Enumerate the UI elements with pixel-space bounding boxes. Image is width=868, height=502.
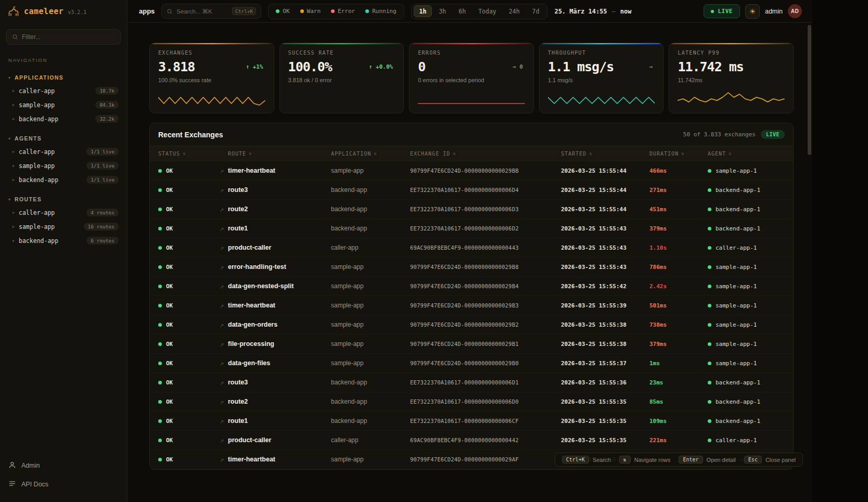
date-range-picker[interactable]: 25. März 14:55 — now <box>554 8 631 15</box>
section-header-routes[interactable]: ▾ROUTES <box>0 193 127 205</box>
cell-agent: caller-app-1 <box>708 244 785 251</box>
sidebar-section-applications: ▾APPLICATIONS▸caller-app10.7k▸sample-app… <box>0 71 127 126</box>
agent-label: sample-app-1 <box>716 264 757 271</box>
range-button-1h[interactable]: 1h <box>414 5 432 17</box>
range-button-24h[interactable]: 24h <box>503 5 526 17</box>
table-row[interactable]: OK↗route2backend-appEE7322370A10617-0000… <box>150 392 793 411</box>
sidebar-item-badge: 4 routes <box>86 209 119 216</box>
hint-label: Close panel <box>765 457 796 463</box>
sidebar-footer-admin[interactable]: Admin <box>0 456 127 475</box>
chevron-right-icon: ▸ <box>12 88 15 93</box>
cell-started: 2026-03-25 15:55:35 <box>561 437 649 444</box>
column-header-route[interactable]: ROUTE⇅ <box>228 151 331 157</box>
stat-card-latency-p99: LATENCY P9911.742 ms11.742ms <box>669 43 794 113</box>
app-version: v3.2.1 <box>68 9 86 15</box>
page-context: apps <box>139 7 155 15</box>
range-button-7d[interactable]: 7d <box>527 5 545 17</box>
agent-dot-icon <box>708 265 711 269</box>
range-button-6h[interactable]: 6h <box>453 5 471 17</box>
sort-icon: ⇅ <box>374 151 377 156</box>
cell-exchange-id: EE7322370A10617-00000000000006D1 <box>410 379 561 385</box>
table-row[interactable]: OK↗route1backend-appEE7322370A10617-0000… <box>150 219 793 238</box>
filter-chip-warn[interactable]: Warn <box>295 8 326 15</box>
filter-chip-ok[interactable]: OK <box>271 8 295 15</box>
filter-chip-error[interactable]: Error <box>326 8 360 15</box>
hint-label: Navigate rows <box>634 457 671 463</box>
sidebar-item-backend-app[interactable]: ▸backend-app1/1 live <box>0 173 127 187</box>
column-header-agent[interactable]: AGENT⇅ <box>708 151 785 157</box>
table-row[interactable]: OK↗file-processingsample-app90799F47E6CD… <box>150 334 793 354</box>
section-header-agents[interactable]: ▾AGENTS <box>0 132 127 145</box>
sidebar-item-caller-app[interactable]: ▸caller-app4 routes <box>0 205 127 220</box>
ok-dot-icon <box>158 265 162 269</box>
table-row[interactable]: OK↗data-gen-orderssample-app90799F47E6CD… <box>150 315 793 334</box>
cell-duration: 221ms <box>649 437 708 444</box>
cell-agent: sample-app-1 <box>708 302 785 309</box>
table-row[interactable]: OK↗timer-heartbeatsample-app90799F47E6CD… <box>150 296 793 315</box>
range-button-today[interactable]: Today <box>473 5 502 17</box>
sidebar-item-badge: 1/1 live <box>86 162 119 170</box>
sidebar-footer-api-docs[interactable]: API Docs <box>0 475 127 494</box>
range-button-3h[interactable]: 3h <box>433 5 452 17</box>
table-row[interactable]: OK↗product-callercaller-app69AC90BF8EBC4… <box>150 238 793 258</box>
section-header-applications[interactable]: ▾APPLICATIONS <box>0 71 127 84</box>
avatar[interactable]: AD <box>788 4 802 18</box>
table-row[interactable]: OK↗data-gen-filessample-app90799F47E6CD2… <box>150 354 793 373</box>
sidebar-filter-input[interactable]: Filter... <box>6 29 121 45</box>
stat-subtext: 3.818 ok / 0 error <box>288 77 395 83</box>
sidebar-item-sample-app[interactable]: ▸sample-app84.1k <box>0 98 127 112</box>
filter-chip-running[interactable]: Running <box>360 8 401 15</box>
agent-dot-icon <box>708 188 711 192</box>
cell-status: OK <box>158 418 220 424</box>
cell-route-icon: ↗ <box>220 378 228 387</box>
table-row[interactable]: OK↗route2backend-appEE7322370A10617-0000… <box>150 200 793 219</box>
table-row[interactable]: OK↗route1backend-appEE7322370A10617-0000… <box>150 411 793 431</box>
table-row[interactable]: OK↗product-callercaller-app69AC90BF8EBC4… <box>150 431 793 450</box>
column-header-status[interactable]: STATUS⇅ <box>158 151 220 157</box>
stat-card-exchanges: EXCHANGES3.818↑ +1%100.0% success rate <box>149 43 274 113</box>
chip-label: OK <box>283 8 289 15</box>
column-header-duration[interactable]: DURATION⇅ <box>649 151 708 157</box>
theme-toggle-button[interactable]: ☀ <box>745 4 760 19</box>
table-row[interactable]: OK↗error-handling-testsample-app90799F47… <box>150 258 793 277</box>
table-row[interactable]: OK↗route3backend-appEE7322370A10617-0000… <box>150 181 793 200</box>
sidebar-item-backend-app[interactable]: ▸backend-app32.2k <box>0 112 127 126</box>
table-live-badge: LIVE <box>761 130 785 139</box>
column-header-application[interactable]: APPLICATION⇅ <box>331 151 410 157</box>
logo[interactable]: cameleer v3.2.1 <box>0 0 127 23</box>
footer-label: Admin <box>21 462 40 469</box>
column-header-exchange-id[interactable]: EXCHANGE ID⇅ <box>410 151 561 157</box>
scrollbar[interactable] <box>808 25 811 155</box>
agent-dot-icon <box>708 246 711 250</box>
sidebar-item-caller-app[interactable]: ▸caller-app10.7k <box>0 84 127 98</box>
sidebar-item-sample-app[interactable]: ▸sample-app16 routes <box>0 220 127 234</box>
sidebar-item-caller-app[interactable]: ▸caller-app1/1 live <box>0 145 127 159</box>
stat-value-row: 1.1 msg/s→ <box>548 59 655 74</box>
camel-logo-icon <box>7 5 20 18</box>
sidebar-item-label: sample-app <box>19 162 55 170</box>
sidebar-item-backend-app[interactable]: ▸backend-app6 routes <box>0 234 127 248</box>
search-input[interactable]: Search... ⌘K Ctrl+K <box>161 4 261 19</box>
table-row[interactable]: OK↗data-gen-nested-splitsample-app90799F… <box>150 277 793 296</box>
sidebar-item-badge: 1/1 live <box>86 176 119 184</box>
column-header-started[interactable]: STARTED⇅ <box>561 151 649 157</box>
column-label: AGENT <box>708 151 726 157</box>
cell-route-icon: ↗ <box>220 320 228 329</box>
live-toggle-button[interactable]: LIVE <box>704 4 740 18</box>
table-row[interactable]: OK↗timer-heartbeatsample-app90799F47E6CD… <box>150 161 793 181</box>
cell-application: backend-app <box>331 379 410 386</box>
kbd-: ⇅ <box>619 456 631 464</box>
ok-dot-icon <box>158 381 162 384</box>
section-title: AGENTS <box>15 135 42 141</box>
route-link-icon: ↗ <box>220 188 224 194</box>
cell-status: OK <box>158 283 220 290</box>
sidebar-item-sample-app[interactable]: ▸sample-app1/1 live <box>0 159 127 173</box>
app-window: cameleer v3.2.1 Filter... NAVIGATION ▾AP… <box>0 0 812 502</box>
cell-agent: backend-app-1 <box>708 206 785 213</box>
cell-agent: backend-app-1 <box>708 398 785 405</box>
stat-label: SUCCESS RATE <box>288 50 395 56</box>
table-row[interactable]: OK↗route3backend-appEE7322370A10617-0000… <box>150 373 793 392</box>
status-label: OK <box>166 321 173 328</box>
status-label: OK <box>166 264 173 271</box>
search-shortcut-badge: Ctrl+K <box>232 7 256 15</box>
